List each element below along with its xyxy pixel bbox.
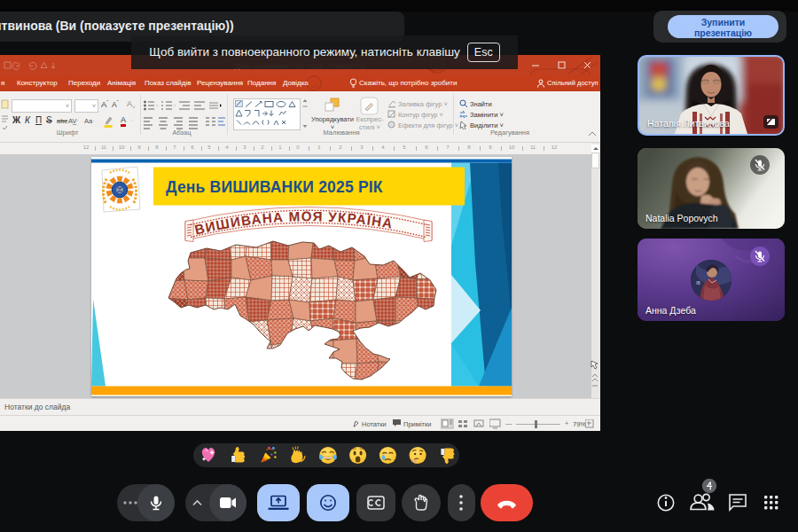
- svg-text:День ВИШИВАНКИ 2025 РІК: День ВИШИВАНКИ 2025 РІК: [166, 178, 383, 196]
- svg-text:ІВ: ІВ: [696, 280, 700, 286]
